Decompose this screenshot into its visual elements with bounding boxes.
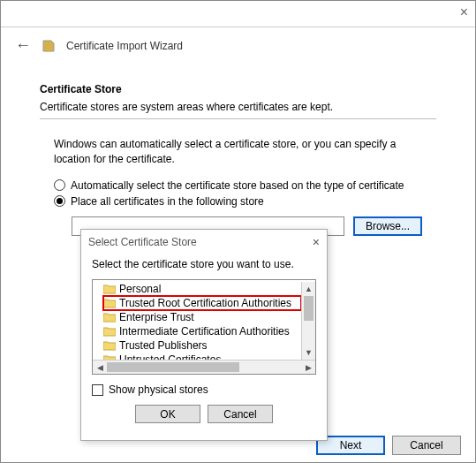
tree-item-label: Untrusted Certificates <box>119 353 221 360</box>
tree-item-trusted-root[interactable]: Trusted Root Certification Authorities <box>103 296 301 310</box>
certificate-icon <box>42 39 56 53</box>
radio-place[interactable] <box>54 195 65 207</box>
scroll-thumb[interactable] <box>304 296 314 321</box>
scroll-down-icon[interactable]: ▼ <box>302 345 315 360</box>
show-physical-label: Show physical stores <box>109 383 208 396</box>
scroll-up-icon[interactable]: ▲ <box>302 282 315 296</box>
dialog-title: Select Certificate Store <box>88 236 197 248</box>
back-arrow-icon[interactable]: ← <box>15 36 31 55</box>
tree-item-label: Trusted Root Certification Authorities <box>119 297 291 309</box>
section-desc: Certificate stores are system areas wher… <box>40 101 436 113</box>
tree-item-label: Personal <box>119 283 161 295</box>
folder-icon <box>103 341 116 351</box>
dialog-close-icon[interactable]: × <box>313 235 320 249</box>
window-titlebar: × <box>1 1 475 27</box>
folder-icon <box>103 299 116 308</box>
dialog-instruction: Select the certificate store you want to… <box>92 258 316 270</box>
folder-icon <box>103 285 116 294</box>
tree-item-label: Intermediate Certification Authorities <box>119 325 290 338</box>
radio-place-label: Place all certificates in the following … <box>71 195 264 208</box>
scroll-left-icon[interactable]: ◀ <box>93 361 107 374</box>
divider <box>40 118 436 119</box>
section-heading: Certificate Store <box>40 83 436 95</box>
dialog-cancel-button[interactable]: Cancel <box>208 405 273 423</box>
folder-icon <box>103 327 116 337</box>
tree-item-enterprise[interactable]: Enterprise Trust <box>103 310 301 324</box>
scroll-thumb[interactable] <box>107 362 239 372</box>
horizontal-scrollbar[interactable]: ◀ ▶ <box>93 360 315 374</box>
cancel-button[interactable]: Cancel <box>392 436 461 455</box>
tree-item-publishers[interactable]: Trusted Publishers <box>103 338 301 353</box>
wizard-title: Certificate Import Wizard <box>66 40 183 52</box>
tree-item-intermediate[interactable]: Intermediate Certification Authorities <box>103 324 301 338</box>
tree-item-label: Trusted Publishers <box>119 339 208 352</box>
select-store-dialog: Select Certificate Store × Select the ce… <box>80 229 328 441</box>
radio-auto-label: Automatically select the certificate sto… <box>71 179 404 192</box>
folder-icon <box>103 313 116 323</box>
vertical-scrollbar[interactable]: ▲ ▼ <box>301 282 315 360</box>
browse-button[interactable]: Browse... <box>353 216 422 236</box>
tree-item-untrusted[interactable]: Untrusted Certificates <box>103 353 301 360</box>
radio-auto[interactable] <box>54 179 65 191</box>
store-tree: Personal Trusted Root Certification Auth… <box>92 279 316 375</box>
scroll-right-icon[interactable]: ▶ <box>301 361 315 374</box>
show-physical-checkbox[interactable] <box>92 384 103 396</box>
ok-button[interactable]: OK <box>135 405 200 423</box>
info-text: Windows can automatically select a certi… <box>54 137 422 167</box>
tree-item-label: Enterprise Trust <box>119 311 194 323</box>
close-icon[interactable]: × <box>460 4 468 20</box>
tree-item-personal[interactable]: Personal <box>103 282 301 296</box>
